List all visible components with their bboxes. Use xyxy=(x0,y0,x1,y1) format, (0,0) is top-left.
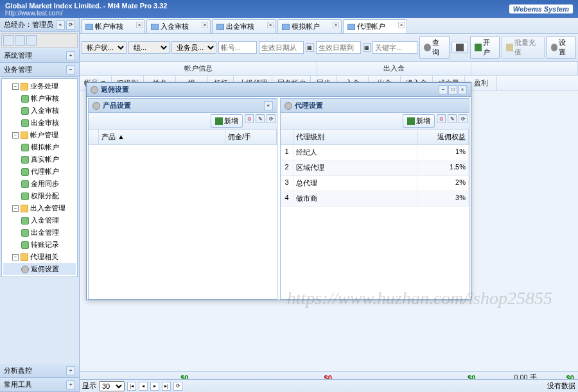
col-commission[interactable]: 佣金/手 xyxy=(225,130,277,144)
agent-panel: 代理设置 新增 ⊖ ✎ ⟳ 代理级别 返佣权益 1经纪人1%2区域代理1.5%3… xyxy=(280,98,469,300)
tab-label: 帐户审核 xyxy=(95,22,123,31)
window-titlebar[interactable]: 返佣设置 − □ × xyxy=(87,83,471,97)
tree-item[interactable]: 代理帐户 xyxy=(3,166,76,178)
agent-row[interactable]: 4做市商3% xyxy=(281,191,469,207)
last-page-icon[interactable]: ▸| xyxy=(162,382,171,391)
expand-icon[interactable]: + xyxy=(66,51,75,60)
settings-button[interactable]: 设置 xyxy=(547,36,576,59)
tab-icon xyxy=(151,24,159,30)
date-to-input[interactable] xyxy=(316,41,361,54)
tree-group[interactable]: −出入金管理 xyxy=(3,202,76,214)
tree-item[interactable]: 真实帐户 xyxy=(3,153,76,166)
tree-item[interactable]: 金用同步 xyxy=(3,178,76,190)
refresh-icon[interactable]: ⟳ xyxy=(173,382,182,391)
refresh-icon[interactable]: ⟳ xyxy=(66,21,75,30)
new-product-button[interactable]: 新增 xyxy=(211,114,243,128)
keyword-input[interactable] xyxy=(372,41,417,54)
collapse-left-icon[interactable]: « xyxy=(56,21,65,30)
sidebar-user-header[interactable]: 总经办：管理员 « ⟳ xyxy=(0,18,79,32)
section-tools[interactable]: 常用工具 + xyxy=(0,378,79,392)
tab[interactable]: 出金审核× xyxy=(212,19,276,33)
prev-page-icon[interactable]: ◂ xyxy=(139,382,148,391)
tab-close-icon[interactable]: × xyxy=(333,22,339,28)
tree-item[interactable]: 入金管理 xyxy=(3,214,76,226)
close-icon[interactable]: × xyxy=(458,85,467,94)
gear-icon xyxy=(551,44,558,51)
item-icon xyxy=(21,229,29,237)
agent-row[interactable]: 3总代理2% xyxy=(281,176,469,191)
tree-item[interactable]: 出金管理 xyxy=(3,226,76,239)
calendar-icon[interactable]: ▦ xyxy=(363,43,371,52)
tree-item[interactable]: 帐户审核 xyxy=(3,92,76,105)
tree-item[interactable]: 佣金查询 xyxy=(3,275,76,277)
open-account-button[interactable]: 开户 xyxy=(470,36,500,59)
refresh-icon[interactable]: ⟳ xyxy=(267,114,276,123)
date-from-input[interactable] xyxy=(259,41,304,54)
tab[interactable]: 模拟帐户× xyxy=(277,19,342,33)
expand-icon[interactable]: + xyxy=(66,366,75,375)
minimize-icon[interactable]: − xyxy=(439,85,448,94)
sales-select[interactable]: 业务员... xyxy=(171,41,216,54)
col-agent-level[interactable]: 代理级别 xyxy=(293,130,417,144)
tree-item[interactable]: 转账记录 xyxy=(3,239,76,251)
status-select[interactable]: 帐户状... xyxy=(82,41,127,54)
collapse-left-icon[interactable]: « xyxy=(264,101,273,110)
tree-item[interactable]: 返佣设置 xyxy=(3,263,76,275)
col-rebate[interactable]: 返佣权益 xyxy=(417,130,469,144)
tab[interactable]: 帐户审核× xyxy=(81,19,145,33)
app-title: Global Market Index Limited. - Mt4 Mate … xyxy=(5,2,167,10)
tree-item-label: 返佣设置 xyxy=(31,264,59,274)
refresh-icon[interactable]: ⟳ xyxy=(459,114,468,123)
section-analysis[interactable]: 分析盘控 + xyxy=(0,364,79,378)
tab[interactable]: 入金审核× xyxy=(146,19,211,33)
collapse-icon[interactable]: − xyxy=(12,83,19,90)
agent-row[interactable]: 2区域代理1.5% xyxy=(281,160,469,176)
tree-group[interactable]: −帐户管理 xyxy=(3,129,76,141)
page-size-select[interactable]: 30 xyxy=(99,381,125,391)
edit-icon[interactable]: ✎ xyxy=(256,114,265,123)
section-tools-label: 常用工具 xyxy=(4,380,32,389)
tree-item[interactable]: 权限分配 xyxy=(3,190,76,202)
tree-group[interactable]: −代理相关 xyxy=(3,251,76,263)
search-button[interactable]: 查询 xyxy=(419,36,449,59)
tree-item[interactable]: 入金审核 xyxy=(3,105,76,117)
group-select[interactable]: 组... xyxy=(128,41,170,54)
tab[interactable]: 代理帐户× xyxy=(343,19,407,33)
tree-group[interactable]: −业务处理 xyxy=(3,80,76,92)
section-business[interactable]: 业务管理 − xyxy=(0,63,79,77)
section-system[interactable]: 系统管理 + xyxy=(0,49,79,63)
expand-icon[interactable]: + xyxy=(66,380,75,389)
tab-close-icon[interactable]: × xyxy=(267,22,274,28)
maximize-icon[interactable]: □ xyxy=(448,85,457,94)
col-product[interactable]: 产品 ▲ xyxy=(99,130,225,144)
row-index: 4 xyxy=(281,191,293,206)
toolbar-icon-1[interactable] xyxy=(3,35,13,46)
calendar-icon[interactable]: ▦ xyxy=(306,43,314,52)
batch-button[interactable]: 批量充值 xyxy=(502,36,544,59)
tab-close-icon[interactable]: × xyxy=(398,22,405,28)
tree-item[interactable]: 模拟帐户 xyxy=(3,141,76,153)
tree-item[interactable]: 出金审核 xyxy=(3,117,76,129)
collapse-icon[interactable]: − xyxy=(12,132,19,139)
delete-icon[interactable]: ⊖ xyxy=(437,114,446,123)
edit-icon[interactable]: ✎ xyxy=(448,114,457,123)
wand-button[interactable] xyxy=(451,42,468,53)
new-agent-button[interactable]: 新增 xyxy=(403,114,435,128)
agent-row[interactable]: 1经纪人1% xyxy=(281,145,469,160)
toolbar-icon-2[interactable] xyxy=(15,35,25,46)
collapse-icon[interactable]: − xyxy=(66,65,75,74)
toolbar-icon-3[interactable] xyxy=(26,35,37,46)
collapse-icon[interactable]: − xyxy=(12,205,19,212)
tab-close-icon[interactable]: × xyxy=(202,22,208,28)
next-page-icon[interactable]: ▸ xyxy=(150,382,159,391)
first-page-icon[interactable]: |◂ xyxy=(127,382,136,391)
agent-rebate: 1% xyxy=(417,145,469,160)
account-input[interactable] xyxy=(218,41,257,54)
plus-icon xyxy=(215,117,223,125)
collapse-icon[interactable]: − xyxy=(12,254,19,260)
tree-group-label: 帐户管理 xyxy=(30,130,58,140)
tab-close-icon[interactable]: × xyxy=(136,22,143,28)
tree-item-label: 金用同步 xyxy=(31,179,59,189)
app-header: Global Market Index Limited. - Mt4 Mate … xyxy=(0,0,578,18)
delete-icon[interactable]: ⊖ xyxy=(245,114,254,123)
